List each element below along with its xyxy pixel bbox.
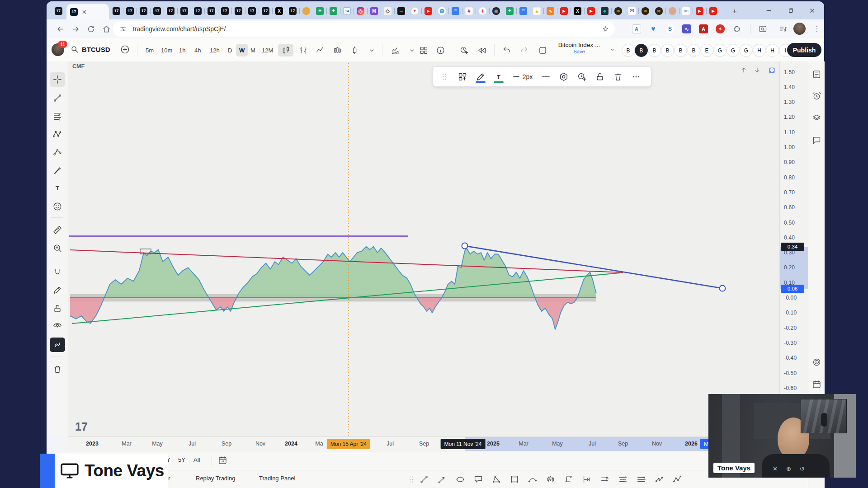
wave-extension[interactable]: ∿	[681, 23, 693, 35]
back-button[interactable]	[53, 22, 67, 36]
hotkey-E-6[interactable]: E	[700, 44, 713, 57]
scroll-up-button[interactable]	[739, 65, 749, 75]
active-tab[interactable]: 17	[66, 4, 109, 19]
browser-tab[interactable]: ▬	[395, 5, 408, 17]
drag-dots-button[interactable]	[436, 69, 453, 84]
tool-xabcd[interactable]	[50, 127, 65, 141]
bottom-tab-1[interactable]: Replay Trading	[196, 475, 235, 482]
settings-shape-button[interactable]	[555, 69, 572, 84]
hotkey-B-0[interactable]: B	[622, 44, 635, 57]
browser-menu-button[interactable]	[811, 23, 822, 35]
redo-button[interactable]	[517, 44, 531, 56]
browser-tab[interactable]: ≡	[517, 5, 530, 17]
browser-tab[interactable]: #	[462, 5, 476, 17]
browser-tab[interactable]: M	[368, 5, 381, 17]
browser-tab[interactable]: ▶	[422, 5, 435, 17]
compare-add-button[interactable]	[120, 44, 130, 56]
webcam-close-icon[interactable]: ✕	[773, 465, 778, 472]
browser-tab[interactable]: ◆	[598, 5, 611, 17]
pdf-extension[interactable]: A	[698, 23, 709, 35]
browser-tab[interactable]: ▶	[693, 5, 706, 17]
favorite-fav-rect[interactable]	[507, 473, 522, 486]
timeframe-W[interactable]: W	[236, 44, 248, 56]
panel-calendar-button[interactable]	[810, 378, 823, 390]
cmf-chart[interactable]	[68, 61, 779, 436]
panel-chat-button[interactable]	[810, 134, 823, 146]
browser-tab[interactable]: 17	[110, 5, 123, 17]
maximize-button[interactable]	[781, 5, 799, 16]
tool-magnet[interactable]	[50, 265, 65, 280]
maximize-pane-button[interactable]	[767, 65, 777, 75]
browser-tab[interactable]: 17	[137, 5, 150, 17]
address-bar[interactable]: tradingview.com/chart/uspSpCjE/	[113, 21, 615, 37]
hotkey-G-9[interactable]: G	[740, 44, 753, 57]
tool-fib[interactable]	[50, 109, 65, 123]
indicator-label[interactable]: CMF	[72, 63, 85, 70]
chart-type-bars-ohlc[interactable]	[295, 44, 311, 56]
tab-search-button[interactable]	[755, 23, 771, 35]
timeframe-D[interactable]: D	[225, 44, 235, 56]
layout-name[interactable]: Bitcoin Index ...Save	[552, 42, 606, 54]
tool-brush[interactable]	[50, 163, 65, 178]
sz-extension[interactable]: S	[664, 23, 676, 35]
hotkey-G-8[interactable]: G	[726, 44, 740, 57]
favorite-fav-callout[interactable]	[471, 473, 486, 486]
undo-button[interactable]	[500, 44, 514, 56]
browser-tab[interactable]: 17	[218, 5, 231, 17]
indicators-button[interactable]	[388, 44, 403, 56]
timeframe-12M[interactable]: 12M	[259, 44, 276, 56]
hotkey-B-4[interactable]: B	[674, 44, 687, 57]
hotkey-B-2[interactable]: B	[648, 44, 661, 57]
new-tab-button[interactable]: +	[729, 6, 740, 17]
browser-tab[interactable]: 17	[286, 5, 299, 17]
tool-crosshair[interactable]	[50, 72, 65, 87]
browser-tab[interactable]: +	[313, 5, 326, 17]
browser-tab[interactable]: 17	[178, 5, 191, 17]
favorite-fav-curve[interactable]	[525, 473, 540, 486]
browser-avatar[interactable]	[793, 23, 806, 35]
scroll-down-button[interactable]	[752, 65, 762, 75]
browser-tab[interactable]: ≋	[652, 5, 665, 17]
hotkey-H-11[interactable]: H	[766, 44, 779, 57]
browser-tab[interactable]: X	[571, 5, 584, 17]
hotkey-G-7[interactable]: G	[713, 44, 726, 57]
chart-type-hollow-candle[interactable]	[347, 44, 362, 56]
tool-lock-open[interactable]	[50, 301, 65, 316]
browser-tab[interactable]: ◎	[354, 5, 367, 17]
browser-tab[interactable]: ≋	[639, 5, 652, 17]
favorite-fav-cross[interactable]	[651, 473, 667, 486]
tool-emoji[interactable]	[50, 199, 65, 214]
lock-open-button[interactable]	[591, 69, 609, 84]
home-button[interactable]	[99, 22, 113, 36]
chart-type-line-zigzag[interactable]	[312, 44, 328, 56]
tool-forecast[interactable]	[50, 145, 65, 160]
browser-tab[interactable]: ▲	[530, 5, 543, 17]
browser-tab[interactable]: +	[327, 5, 340, 17]
templates-button[interactable]: T	[433, 44, 448, 56]
user-avatar[interactable]: 11	[52, 43, 64, 56]
timeframe-1h[interactable]: 1h	[176, 44, 189, 56]
symbol-name[interactable]: BTCUSD	[82, 46, 110, 53]
pencil-button[interactable]	[472, 69, 489, 84]
close-button[interactable]	[803, 5, 821, 16]
browser-tab[interactable]: ▶	[557, 5, 571, 17]
timeframe-4h[interactable]: 4h	[191, 44, 204, 56]
translate-extension[interactable]: A	[631, 23, 642, 35]
create-alert-button[interactable]	[456, 44, 472, 56]
template-plus-button[interactable]	[454, 69, 471, 84]
range-5Y[interactable]: 5Y	[178, 456, 185, 463]
timeframe-5m[interactable]: 5m	[142, 44, 157, 56]
minimize-button[interactable]	[760, 5, 778, 16]
browser-tab[interactable]: 17	[191, 5, 204, 17]
favorite-fav-channel2[interactable]	[615, 473, 631, 486]
tool-trend-line[interactable]	[50, 91, 65, 105]
browser-tab[interactable]: ≡	[449, 5, 462, 17]
puzzle-extension[interactable]	[731, 23, 743, 35]
browser-tab[interactable]: ≋	[612, 5, 625, 17]
tool-zoom-in[interactable]	[50, 241, 65, 255]
text-tool-button[interactable]: T	[490, 69, 507, 84]
bar-replay-button[interactable]	[474, 44, 490, 56]
alert-plus-button[interactable]	[573, 69, 590, 84]
hand-extension[interactable]: ✶	[714, 23, 726, 35]
hotkey-B-1[interactable]: B	[635, 44, 648, 57]
